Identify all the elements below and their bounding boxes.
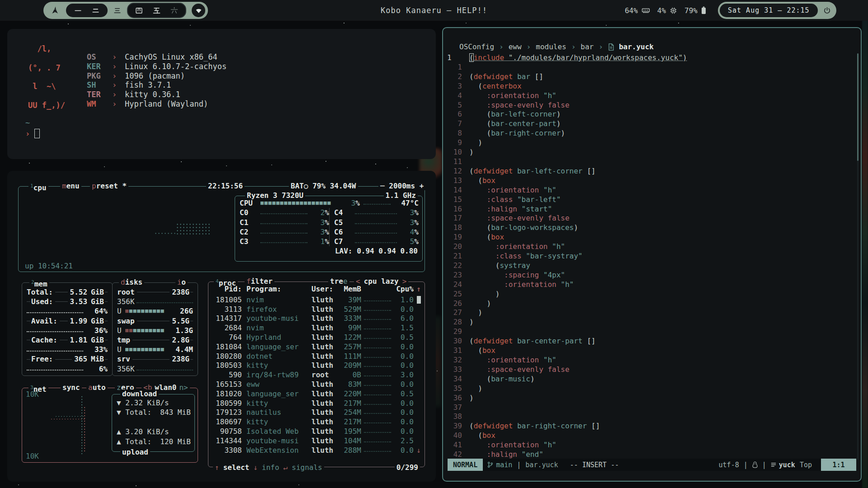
process-row[interactable]: 181005nvimlluth39M1.0 bbox=[212, 295, 421, 305]
proc-scrollbar-thumb[interactable] bbox=[417, 296, 421, 304]
editor-line[interactable]: 12(defwidget bar-left-corner [] bbox=[443, 167, 854, 176]
shell-prompt[interactable]: › bbox=[25, 129, 40, 138]
editor-line[interactable]: 11 bbox=[443, 157, 854, 167]
editor-line[interactable]: 28) bbox=[443, 318, 854, 327]
process-row[interactable]: 764Hyprlandlluth122M0.5 bbox=[212, 333, 421, 342]
process-row[interactable]: 180503kittylluth209M0.0 bbox=[212, 361, 421, 371]
editor-line[interactable]: 10) bbox=[443, 148, 854, 157]
process-row[interactable]: 179123nautiluslluth254M0.0 bbox=[212, 408, 421, 418]
editor-line[interactable]: 32 :orientation "h" bbox=[443, 356, 854, 365]
editor-line[interactable]: 27 ) bbox=[443, 308, 854, 318]
process-row[interactable]: 180599kittylluth217M0.0 bbox=[212, 399, 421, 408]
workspace-item-4[interactable] bbox=[135, 6, 143, 15]
editor-line[interactable]: 22 (systray bbox=[443, 261, 854, 271]
workspace-item-5[interactable] bbox=[152, 6, 161, 15]
info-action[interactable]: info bbox=[262, 463, 279, 472]
editor-line[interactable]: 18 (bar-logo-workspaces) bbox=[443, 223, 854, 233]
io-toggle[interactable]: io bbox=[175, 278, 188, 286]
process-row[interactable]: 181020language_serlluth220M0.5 bbox=[212, 389, 421, 399]
breadcrumb-item[interactable]: bar bbox=[580, 42, 594, 51]
editor-line[interactable]: 36) bbox=[443, 394, 854, 403]
wifi-button[interactable] bbox=[192, 4, 205, 17]
editor-line[interactable]: 26 ) bbox=[443, 299, 854, 309]
editor-line[interactable]: 38 bbox=[443, 412, 854, 422]
editor-line[interactable]: 29 bbox=[443, 327, 854, 337]
editor-line[interactable]: 25 ) bbox=[443, 290, 854, 299]
editor-line[interactable]: 16 :halign "start" bbox=[443, 205, 854, 214]
breadcrumb-item[interactable]: OSConfig bbox=[459, 42, 494, 51]
clock[interactable]: Sat Aug 31 — 22:15 bbox=[720, 4, 818, 17]
workspace-item-6[interactable] bbox=[170, 6, 179, 15]
process-row[interactable]: 165153ewwlluth83M0.0 bbox=[212, 380, 421, 389]
breadcrumb-item[interactable]: modules bbox=[536, 42, 566, 51]
editor-line[interactable]: 3 (centerbox bbox=[443, 82, 854, 91]
editor-line[interactable]: 15 :class "bar-left" bbox=[443, 195, 854, 205]
disks-panel-title[interactable]: disks bbox=[119, 278, 144, 286]
header-memb[interactable]: MemB bbox=[338, 285, 361, 293]
menu-button[interactable]: menu bbox=[60, 182, 81, 190]
editor-line[interactable]: 24 :orientation "h" bbox=[443, 280, 854, 290]
editor-line[interactable]: 30(defwidget bar-center-part [] bbox=[443, 337, 854, 346]
editor-buffer[interactable]: 1(include "./modules/bar/hyprland/worksp… bbox=[443, 53, 854, 460]
process-row[interactable]: 2684nvimlluth99M1.5 bbox=[212, 323, 421, 333]
btop-terminal-window[interactable]: 1cpu menu preset * 22:15:56 BAT○ 79% 34.… bbox=[7, 171, 436, 482]
process-row[interactable]: 180280dotnetlluth111M0.0 bbox=[212, 352, 421, 361]
fastfetch-terminal-window[interactable]: /l, (°, . 7 l ~\ UU f_,)/ OS›CachyOS Lin… bbox=[7, 29, 436, 159]
update-interval[interactable]: ─ 2000ms + bbox=[378, 182, 425, 190]
editor-line[interactable]: 23 :spacing "4px" bbox=[443, 271, 854, 280]
editor-line[interactable]: 39(defwidget bar-right-corner [] bbox=[443, 422, 854, 431]
breadcrumb-item[interactable]: eww bbox=[509, 42, 522, 51]
header-user[interactable]: User: bbox=[311, 285, 338, 293]
editor-line[interactable]: 6 (bar-left-corner) bbox=[443, 110, 854, 119]
process-row[interactable]: 3113firefoxlluth529M0.0 bbox=[212, 305, 421, 314]
core-pct: 3 bbox=[321, 228, 325, 236]
editor-line[interactable]: 5 :space-evenly false bbox=[443, 101, 854, 110]
editor-line[interactable]: 20 :orientation "h" bbox=[443, 242, 854, 252]
editor-line[interactable]: 41 :orientation "h" bbox=[443, 441, 854, 450]
editor-line[interactable]: 13 (box bbox=[443, 176, 854, 186]
editor-line[interactable]: 7 (bar-center-part) bbox=[443, 119, 854, 129]
editor-line[interactable]: 37 bbox=[443, 403, 854, 413]
line-number: 3 bbox=[443, 82, 469, 91]
process-row[interactable]: 181084language_serlluth257M0.0 bbox=[212, 342, 421, 352]
header-pid[interactable]: Pid: bbox=[212, 285, 242, 293]
header-program[interactable]: Program: bbox=[242, 285, 311, 293]
sort-direction-icon[interactable]: ↑ bbox=[414, 285, 421, 293]
mem-panel-title[interactable]: 2mem bbox=[29, 278, 49, 288]
neovim-window[interactable]: OSConfig › eww › modules › bar › bar.yuc… bbox=[442, 27, 862, 482]
editor-line[interactable]: 1(include "./modules/bar/hyprland/worksp… bbox=[443, 53, 854, 63]
signals-action[interactable]: signals bbox=[292, 463, 322, 472]
editor-line[interactable]: 9 ) bbox=[443, 138, 854, 148]
preset-button[interactable]: preset * bbox=[90, 182, 128, 190]
cpu-panel-title[interactable]: 1cpu bbox=[28, 182, 48, 192]
editor-line[interactable]: 31 (box bbox=[443, 346, 854, 356]
select-action[interactable]: select bbox=[223, 463, 250, 472]
process-row[interactable]: 590irq/84-rtw89root0B3.0 bbox=[212, 370, 421, 380]
workspace-item-3[interactable] bbox=[113, 6, 122, 15]
header-cpu[interactable]: Cpu% bbox=[394, 285, 414, 293]
process-row[interactable]: 180697kittylluth217M0.0 bbox=[212, 417, 421, 427]
editor-line[interactable]: 40 (box bbox=[443, 431, 854, 441]
editor-line[interactable]: 33 :space-evenly false bbox=[443, 365, 854, 375]
process-row[interactable]: 114317youtube-musilluth333M6.0 bbox=[212, 314, 421, 324]
process-row[interactable]: 114344youtube-musilluth104M2.5 bbox=[212, 436, 421, 446]
net-auto-button[interactable]: auto bbox=[86, 383, 108, 392]
process-row[interactable]: 3308WebExtensionlluth288M0.0↓ bbox=[212, 446, 421, 455]
editor-line[interactable]: 4 :orientation "h" bbox=[443, 91, 854, 101]
editor-line[interactable]: 21 :class "bar-systray" bbox=[443, 252, 854, 261]
net-sync-button[interactable]: sync bbox=[61, 383, 82, 392]
editor-line[interactable]: 1 bbox=[443, 63, 854, 72]
workspace-item-1[interactable] bbox=[74, 6, 82, 15]
process-row[interactable]: 90758Isolated Weblluth195M0.0 bbox=[212, 427, 421, 436]
editor-line[interactable]: 42 :halign "end" bbox=[443, 450, 854, 460]
power-button[interactable] bbox=[823, 7, 831, 14]
editor-line[interactable]: 8 (bar-right-corner) bbox=[443, 129, 854, 138]
editor-line[interactable]: 35 ) bbox=[443, 384, 854, 394]
editor-line[interactable]: 2(defwidget bar [] bbox=[443, 72, 854, 82]
editor-line[interactable]: 34 (bar-music) bbox=[443, 375, 854, 384]
editor-line[interactable]: 14 :orientation "h" bbox=[443, 186, 854, 195]
editor-line[interactable]: 19 (box bbox=[443, 233, 854, 242]
editor-line[interactable]: 17 :space-evenly false bbox=[443, 214, 854, 223]
editor-scrollbar-thumb[interactable] bbox=[857, 53, 859, 161]
workspace-item-2[interactable] bbox=[91, 6, 100, 15]
